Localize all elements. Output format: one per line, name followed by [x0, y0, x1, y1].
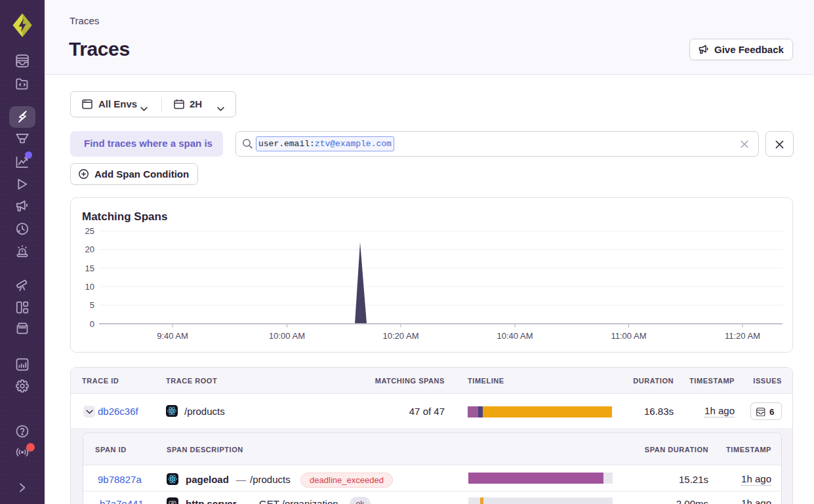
svg-text:0: 0 [90, 319, 94, 329]
svg-text:5: 5 [90, 300, 94, 310]
svg-text:15: 15 [85, 263, 94, 273]
svg-text:11:20 AM: 11:20 AM [725, 331, 760, 341]
svg-text:9:40 AM: 9:40 AM [157, 331, 188, 341]
svg-text:10:40 AM: 10:40 AM [497, 331, 533, 341]
svg-text:10:20 AM: 10:20 AM [383, 331, 419, 341]
svg-text:10: 10 [85, 282, 94, 292]
svg-text:20: 20 [85, 244, 94, 254]
svg-text:10:00 AM: 10:00 AM [269, 331, 305, 341]
svg-text:11:00 AM: 11:00 AM [611, 331, 647, 341]
svg-text:25: 25 [85, 226, 94, 236]
